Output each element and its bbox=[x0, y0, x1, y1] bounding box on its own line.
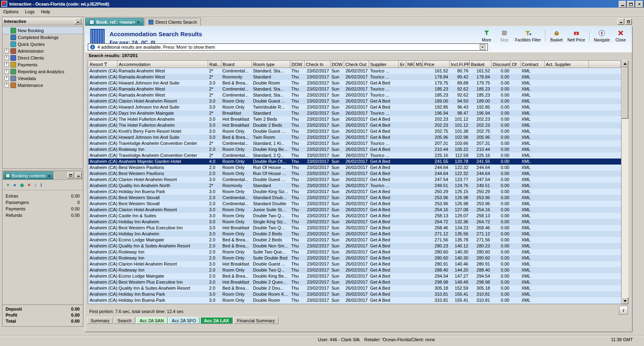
expand-icon[interactable]: + bbox=[4, 83, 9, 87]
table-row[interactable]: Anaheim (CA)Clarion Hotel Anaheim Resort… bbox=[89, 177, 621, 183]
table-row[interactable]: Anaheim (CA)The Hotel Fullerton Anaheim3… bbox=[89, 116, 621, 122]
table-row[interactable]: Anaheim (CA)Quality Inn & Suites Anaheim… bbox=[89, 285, 621, 291]
table-row[interactable]: Anaheim (CA)Ramada Anaheim West2*Contine… bbox=[89, 68, 621, 74]
column-header-resort[interactable]: Resort bbox=[89, 61, 118, 68]
sidebar-collapse-button[interactable] bbox=[74, 18, 81, 24]
expand-icon[interactable]: + bbox=[4, 49, 9, 53]
tab-acc-2a-san[interactable]: Acc 2A SAN bbox=[136, 317, 167, 324]
main-panel-maximize-icon[interactable] bbox=[625, 19, 632, 25]
sidebar-item-payments[interactable]: +Payments bbox=[2, 61, 83, 68]
table-row[interactable]: Anaheim (CA)Econo Lodge Maingate2.0Bed &… bbox=[89, 273, 621, 279]
sidebar-item-new-booking[interactable]: New Booking bbox=[2, 27, 83, 34]
more-button[interactable]: More bbox=[478, 29, 495, 43]
nett-price-button[interactable]: $Nett Price bbox=[566, 29, 587, 43]
menu-item-options[interactable]: Options bbox=[0, 8, 22, 15]
tab-book-ref-none[interactable]: Book. ref.: <none>× bbox=[85, 18, 144, 26]
table-row[interactable]: Anaheim (CA)Holiday Inn Buena Park3.0Roo… bbox=[89, 189, 621, 195]
column-header-act-supplier[interactable]: Act. Supplier bbox=[545, 61, 589, 68]
table-row[interactable]: Anaheim (CA)Best Western Plus Executive … bbox=[89, 225, 621, 231]
column-header-incl-fl-pp[interactable]: Incl.Fl.PP bbox=[450, 61, 470, 68]
column-header-dow[interactable]: DOW bbox=[330, 61, 344, 68]
menu-item-logs[interactable]: Logs bbox=[22, 8, 38, 15]
vertical-scrollbar[interactable] bbox=[621, 60, 628, 304]
table-row[interactable]: Anaheim (CA)Best Western Pavilions2.0Roo… bbox=[89, 165, 621, 171]
tab-summary[interactable]: Summary bbox=[87, 317, 113, 324]
expand-icon[interactable]: + bbox=[4, 76, 9, 80]
stop-button[interactable]: Stop bbox=[495, 29, 513, 43]
table-row[interactable]: Anaheim (CA)Rodeway Inn2.0Room OnlySuite… bbox=[89, 249, 621, 255]
navigate-button[interactable]: Navigate bbox=[592, 29, 612, 43]
sidebar-item-direct-clients[interactable]: +Direct Clients bbox=[2, 54, 83, 61]
table-row[interactable]: Anaheim (CA)Castle Inn & Suites3.0Room O… bbox=[89, 213, 621, 219]
table-row-selected[interactable]: Anaheim (CA)Anaheim Majestic Garden Hote… bbox=[89, 159, 621, 165]
basket-button[interactable]: Basket bbox=[548, 29, 566, 43]
add-component-icon[interactable]: ◆ bbox=[20, 182, 24, 187]
minimize-icon[interactable] bbox=[619, 1, 626, 8]
table-row[interactable]: Anaheim (CA)Rodeway Inn2.0Room OnlyDoubl… bbox=[89, 267, 621, 273]
tab-direct-clients-search[interactable]: Direct Clients Search bbox=[144, 18, 201, 26]
scroll-up-icon[interactable] bbox=[621, 60, 628, 67]
table-row[interactable]: Anaheim (CA)Holiday Inn Anaheim3.0Room O… bbox=[89, 219, 621, 225]
main-panel-minimize-icon[interactable] bbox=[617, 19, 624, 25]
table-row[interactable]: Anaheim (CA)Holiday Inn Buena Park3.0Roo… bbox=[89, 291, 621, 297]
table-row[interactable]: Anaheim (CA)Best Western Plus Executive … bbox=[89, 279, 621, 285]
maximize-icon[interactable] bbox=[627, 1, 635, 8]
table-row[interactable]: Anaheim (CA)Travelodge Anaheim Conventio… bbox=[89, 152, 621, 159]
sidebar-item-viewdata[interactable]: +Viewdata bbox=[2, 75, 83, 82]
table-row[interactable]: Anaheim (CA)Rodeway Inn2.0Room OnlySuite… bbox=[89, 255, 621, 261]
table-row[interactable]: Anaheim (CA)The Hotel Fullerton Anaheim3… bbox=[89, 122, 621, 128]
table-row[interactable]: Anaheim (CA)Best Western Stovall2.0Conti… bbox=[89, 195, 621, 201]
table-row[interactable]: Anaheim (CA)Clarion Hotel Anaheim Resort… bbox=[89, 207, 621, 213]
booking-panel-maximize-icon[interactable] bbox=[67, 172, 74, 178]
item-info-icon[interactable]: i bbox=[41, 182, 42, 187]
sidebar-item-completed-bookings[interactable]: Completed Bookings bbox=[2, 34, 83, 41]
booking-panel-minimize-icon[interactable] bbox=[75, 172, 82, 178]
table-row[interactable]: Anaheim (CA)Ramada Anaheim West2*Contine… bbox=[89, 86, 621, 92]
table-row[interactable]: Anaheim (CA)Quality Inn & Suites Anaheim… bbox=[89, 243, 621, 249]
column-header-room-type[interactable]: Room type bbox=[252, 61, 290, 68]
sidebar-item-quick-quotes[interactable]: Quick Quotes bbox=[2, 41, 83, 47]
menu-item-help[interactable]: Help bbox=[38, 8, 54, 15]
table-row[interactable]: Anaheim (CA)Ramada Anaheim West2*Roomonl… bbox=[89, 74, 621, 80]
close-button[interactable]: Close bbox=[612, 29, 630, 43]
table-row[interactable]: Anaheim (CA)Holiday Inn Buena Park3.0Roo… bbox=[89, 297, 621, 303]
column-header-supplier[interactable]: Supplier bbox=[369, 61, 399, 68]
booking-tab-close-icon[interactable]: × bbox=[48, 173, 50, 178]
facilities-filter-button[interactable]: Facilities Filter bbox=[513, 29, 543, 43]
table-row[interactable]: Anaheim (CA)Howard Johnson Inn And Suite… bbox=[89, 104, 621, 110]
table-row[interactable]: Anaheim (CA)Ramada Anaheim West2*Contine… bbox=[89, 92, 621, 98]
tab-financial-summary[interactable]: Financial Summary bbox=[233, 317, 279, 324]
scroll-down-icon[interactable] bbox=[621, 297, 628, 304]
move-items-icon[interactable]: ↕ bbox=[34, 182, 37, 187]
table-row[interactable]: Anaheim (CA)Econo Lodge Maingate2.0Bed &… bbox=[89, 237, 621, 243]
add-item-icon[interactable]: + bbox=[6, 182, 10, 187]
column-header-rati[interactable]: Rati... bbox=[208, 61, 221, 68]
globe-icon[interactable]: ● bbox=[13, 182, 17, 187]
table-row[interactable]: Anaheim (CA)Clarion Hotel Anaheim Resort… bbox=[89, 261, 621, 267]
column-header-dow[interactable]: DOW bbox=[290, 61, 305, 68]
column-header-nr[interactable]: NR bbox=[406, 61, 415, 68]
table-row[interactable]: Anaheim (CA)Howard Johnson Inn And Suite… bbox=[89, 80, 621, 86]
grid-info-button[interactable]: i bbox=[619, 306, 628, 315]
sidebar-item-maintenance[interactable]: +Maintenance bbox=[2, 82, 83, 89]
column-header-ms[interactable]: MS bbox=[415, 61, 423, 68]
filter-icon[interactable] bbox=[104, 62, 107, 67]
table-row[interactable]: Anaheim (CA)Travelodge Anaheim Conventio… bbox=[89, 140, 621, 146]
table-row[interactable]: Anaheim (CA)Best Western Pavilions2.0Roo… bbox=[89, 171, 621, 177]
info-bar-close-icon[interactable]: × bbox=[480, 44, 485, 50]
column-header-accommodation[interactable]: Accommodation bbox=[118, 61, 208, 68]
table-row[interactable]: Anaheim (CA)Howard Johnson Inn And Suite… bbox=[89, 134, 621, 140]
column-header-er[interactable]: Er bbox=[399, 61, 406, 68]
column-header-check-in[interactable]: Check In bbox=[305, 61, 330, 68]
booking-contents-tab[interactable]: Booking contents × bbox=[3, 171, 53, 179]
tab-search[interactable]: Search bbox=[114, 317, 135, 324]
sidebar-item-reporting-and-analytics[interactable]: +Reporting and Analytics bbox=[2, 68, 83, 75]
column-header-discount[interactable]: Discount bbox=[491, 61, 511, 68]
tab-close-icon[interactable]: × bbox=[137, 20, 140, 25]
table-row[interactable]: Anaheim (CA)Clarion Hotel Anaheim Resort… bbox=[89, 98, 621, 104]
column-header-of[interactable]: Of bbox=[511, 61, 520, 68]
table-row[interactable]: Anaheim (CA)Quality Inn Anaheim North2*R… bbox=[89, 183, 621, 189]
tab-acc-2a-sfo[interactable]: Acc 2A SFO bbox=[168, 317, 200, 324]
column-header-contract[interactable]: Contract bbox=[520, 61, 545, 68]
table-row[interactable]: Anaheim (CA)Rodeway Inn2.0Room OnlyDoubl… bbox=[89, 146, 621, 152]
